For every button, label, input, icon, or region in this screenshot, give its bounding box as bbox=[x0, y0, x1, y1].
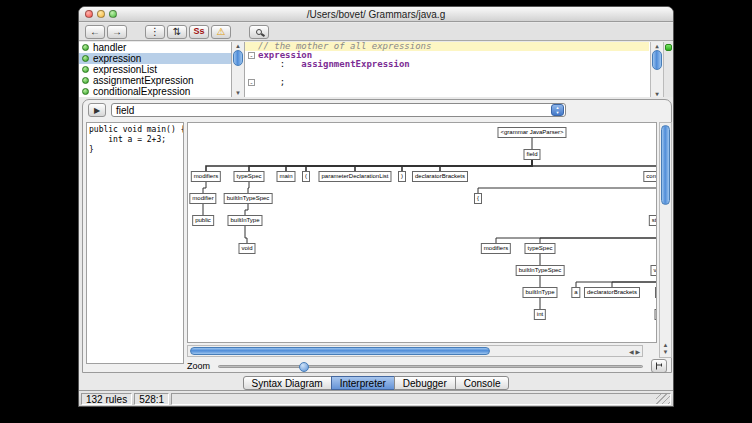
title-bar[interactable]: /Users/bovet/ Grammars/java.g bbox=[79, 7, 673, 22]
status-bar: 132 rules 528:1 bbox=[79, 390, 673, 406]
tree-node-rp[interactable]: ) bbox=[398, 171, 406, 182]
tree-node-vinit[interactable]: varInitializer bbox=[655, 287, 657, 298]
fold-gutter bbox=[245, 60, 258, 69]
tab-syntax-diagram[interactable]: Syntax Diagram bbox=[243, 376, 332, 390]
run-interpreter-button[interactable]: ▶ bbox=[88, 103, 106, 117]
tree-node-int2[interactable]: int bbox=[534, 309, 546, 320]
scroll-up-icon[interactable]: ▲ bbox=[651, 42, 663, 49]
interpreter-input[interactable]: public void main() { int a = 2+3; } bbox=[86, 122, 184, 364]
toolbar: ← → ⋮ ⇅ Ss ⚠ bbox=[79, 23, 673, 41]
tree-node-field[interactable]: field bbox=[523, 149, 540, 160]
tree-node-mod1[interactable]: modifier bbox=[189, 193, 216, 204]
back-button[interactable]: ← bbox=[85, 25, 105, 39]
tab-interpreter[interactable]: Interpreter bbox=[331, 376, 395, 390]
rule-item-label: expression bbox=[93, 53, 141, 64]
rules-view-button[interactable]: ⋮ bbox=[145, 25, 165, 39]
rules-scrollbar[interactable]: ▲ ▼ bbox=[232, 42, 245, 97]
export-tree-button[interactable] bbox=[651, 359, 667, 373]
tree-vertical-scrollbar[interactable]: ▲▼ bbox=[659, 122, 672, 358]
warning-icon: ⚠ bbox=[217, 27, 226, 37]
tree-node-cs[interactable]: compoundStatement bbox=[643, 171, 657, 182]
start-rule-combo[interactable]: field ▲▼ bbox=[111, 103, 566, 117]
case-icon: Ss bbox=[193, 27, 204, 36]
sort-icon: ⇅ bbox=[173, 27, 181, 37]
editor-line[interactable]: - ; bbox=[245, 78, 649, 87]
forward-button[interactable]: → bbox=[107, 25, 127, 39]
view-tabs: Syntax DiagramInterpreterDebuggerConsole bbox=[79, 376, 673, 390]
editor-scroll-thumb[interactable] bbox=[652, 50, 662, 70]
tree-node-st[interactable]: statement bbox=[649, 215, 657, 226]
tree-node-db1[interactable]: declaratorBrackets bbox=[412, 171, 468, 182]
tree-vscroll-thumb[interactable] bbox=[661, 125, 670, 205]
rule-status-icon bbox=[82, 55, 89, 62]
rule-status-icon bbox=[82, 66, 89, 73]
case-toggle-button[interactable]: Ss bbox=[189, 25, 209, 39]
code-segment: assignmentExpression bbox=[301, 60, 409, 69]
editor-line[interactable]: : assignmentExpression bbox=[245, 60, 649, 69]
rule-item-label: handler bbox=[93, 42, 126, 53]
rule-item-label: conditionalExpression bbox=[93, 86, 190, 97]
tree-export-icon bbox=[654, 361, 664, 371]
resize-grip[interactable] bbox=[656, 394, 670, 404]
tree-node-root[interactable]: <grammar JavaParser> bbox=[497, 127, 566, 138]
tree-node-pub[interactable]: public bbox=[192, 215, 214, 226]
find-button[interactable] bbox=[249, 25, 269, 39]
rule-item[interactable]: conditionalExpression bbox=[79, 86, 231, 97]
tree-node-bits2[interactable]: builtInTypeSpec bbox=[516, 265, 565, 276]
tree-node-mods2[interactable]: modifiers bbox=[481, 243, 511, 254]
tree-node-ts2[interactable]: typeSpec bbox=[524, 243, 555, 254]
tree-node-a[interactable]: a bbox=[571, 287, 580, 298]
rule-item[interactable]: expressionList bbox=[79, 64, 231, 75]
tree-node-lc[interactable]: { bbox=[474, 193, 482, 204]
search-icon bbox=[256, 29, 262, 35]
fold-icon[interactable]: - bbox=[245, 78, 258, 87]
start-rule-value: field bbox=[112, 105, 551, 116]
tree-node-bits1[interactable]: builtInTypeSpec bbox=[224, 193, 273, 204]
zoom-slider-thumb[interactable] bbox=[299, 362, 309, 372]
tree-node-ts1[interactable]: typeSpec bbox=[233, 171, 264, 182]
tree-node-bit2[interactable]: builtInType bbox=[522, 287, 557, 298]
zoom-slider[interactable] bbox=[218, 365, 643, 368]
tree-node-lp[interactable]: ( bbox=[302, 171, 310, 182]
tree-node-void1[interactable]: void bbox=[238, 243, 255, 254]
rule-status-icon bbox=[82, 44, 89, 51]
grammar-editor[interactable]: // the mother of all expressions-express… bbox=[245, 42, 673, 97]
forward-icon: → bbox=[112, 27, 122, 37]
tab-console[interactable]: Console bbox=[455, 376, 510, 390]
combo-stepper-icon[interactable]: ▲▼ bbox=[551, 104, 564, 116]
tab-debugger[interactable]: Debugger bbox=[394, 376, 456, 390]
rule-item-label: expressionList bbox=[93, 64, 157, 75]
play-icon: ▶ bbox=[94, 106, 100, 115]
rule-item[interactable]: expression bbox=[79, 53, 231, 64]
rule-item[interactable]: handler bbox=[79, 42, 231, 53]
tree-edges bbox=[188, 123, 657, 343]
tree-node-bit1[interactable]: builtInType bbox=[227, 215, 262, 226]
analysis-column bbox=[663, 42, 673, 97]
warnings-button[interactable]: ⚠ bbox=[211, 25, 231, 39]
zoom-label: Zoom bbox=[187, 361, 210, 371]
rules-scroll-thumb[interactable] bbox=[233, 50, 243, 66]
rules-list-icon: ⋮ bbox=[150, 27, 160, 37]
editor-line[interactable] bbox=[245, 69, 649, 78]
upper-split: handlerexpressionexpressionListassignmen… bbox=[79, 42, 673, 97]
rule-status-icon bbox=[82, 77, 89, 84]
parse-tree-canvas[interactable]: <grammar JavaParser>fieldmodifierstypeSp… bbox=[187, 122, 657, 343]
scroll-arrows-icon[interactable]: ▲▼ bbox=[660, 342, 671, 356]
scroll-down-icon[interactable]: ▼ bbox=[651, 90, 663, 97]
scroll-arrows-icon[interactable]: ◀ ▶ bbox=[629, 348, 640, 355]
tree-node-expr2[interactable]: expression bbox=[654, 309, 657, 320]
window-title: /Users/bovet/ Grammars/java.g bbox=[79, 9, 673, 20]
tree-horizontal-scrollbar[interactable]: ◀ ▶ bbox=[187, 345, 643, 357]
editor-scrollbar[interactable]: ▲ ▼ bbox=[650, 42, 663, 97]
tree-hscroll-thumb[interactable] bbox=[190, 347, 490, 355]
scroll-up-icon[interactable]: ▲ bbox=[232, 43, 244, 49]
tree-node-vdefs[interactable]: variableDefinitions bbox=[650, 265, 657, 276]
tree-node-pdl[interactable]: parameterDeclarationList bbox=[318, 171, 391, 182]
tree-node-mods1[interactable]: modifiers bbox=[191, 171, 221, 182]
sort-rules-button[interactable]: ⇅ bbox=[167, 25, 187, 39]
tree-node-main[interactable]: main bbox=[276, 171, 295, 182]
tree-node-db2[interactable]: declaratorBrackets bbox=[584, 287, 640, 298]
fold-icon[interactable]: - bbox=[245, 51, 258, 60]
scroll-down-icon[interactable]: ▼ bbox=[232, 90, 244, 96]
rule-item[interactable]: assignmentExpression bbox=[79, 75, 231, 86]
